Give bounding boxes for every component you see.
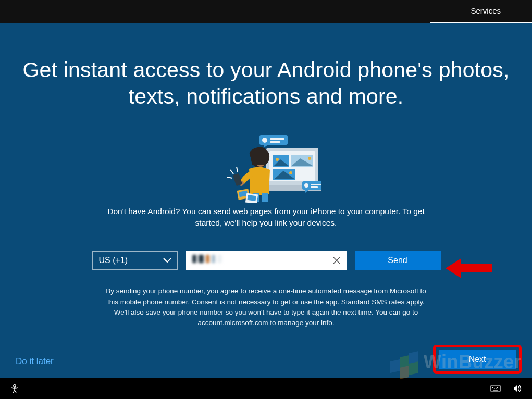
svg-rect-15 <box>270 138 284 140</box>
svg-marker-37 <box>446 258 492 278</box>
clear-input-icon[interactable] <box>331 255 342 266</box>
keyboard-icon[interactable] <box>490 383 501 394</box>
svg-line-26 <box>230 170 233 174</box>
sms-disclaimer: By sending your phone number, you agree … <box>105 286 428 328</box>
volume-icon[interactable] <box>512 383 523 394</box>
svg-point-11 <box>289 171 292 174</box>
svg-rect-21 <box>311 186 318 188</box>
subtitle-text: Don't have Android? You can send web pag… <box>105 206 428 229</box>
svg-marker-50 <box>514 385 517 392</box>
svg-point-14 <box>262 138 267 143</box>
page-headline: Get instant access to your Android phone… <box>0 57 532 110</box>
svg-point-38 <box>14 385 16 387</box>
svg-line-27 <box>237 167 238 172</box>
accessibility-icon[interactable] <box>9 383 20 394</box>
illustration-wrap <box>0 132 532 203</box>
svg-rect-16 <box>270 141 280 143</box>
system-bar <box>0 378 532 399</box>
chevron-down-icon <box>163 258 171 263</box>
phone-input-obscured <box>192 255 222 263</box>
annotation-arrow <box>446 256 492 282</box>
illustration-phone-link <box>212 132 321 203</box>
svg-line-28 <box>227 177 232 178</box>
phone-input-wrap <box>186 251 347 270</box>
oobe-main: Get instant access to your Android phone… <box>0 23 532 378</box>
svg-point-8 <box>308 157 311 160</box>
svg-point-19 <box>304 183 308 188</box>
country-code-value: US (+1) <box>99 256 128 265</box>
svg-point-4 <box>276 158 279 161</box>
svg-marker-13 <box>264 145 268 148</box>
send-button[interactable]: Send <box>355 251 441 270</box>
do-it-later-link[interactable]: Do it later <box>16 356 54 367</box>
watermark-logo-icon <box>388 347 418 377</box>
next-button-highlight: Next <box>433 345 522 374</box>
next-button[interactable]: Next <box>439 350 516 369</box>
svg-rect-39 <box>491 385 500 392</box>
tab-services[interactable]: Services <box>439 0 532 23</box>
top-bar: Services <box>0 0 532 23</box>
svg-rect-20 <box>311 184 321 185</box>
svg-rect-30 <box>262 193 268 202</box>
country-code-dropdown[interactable]: US (+1) <box>92 251 178 270</box>
